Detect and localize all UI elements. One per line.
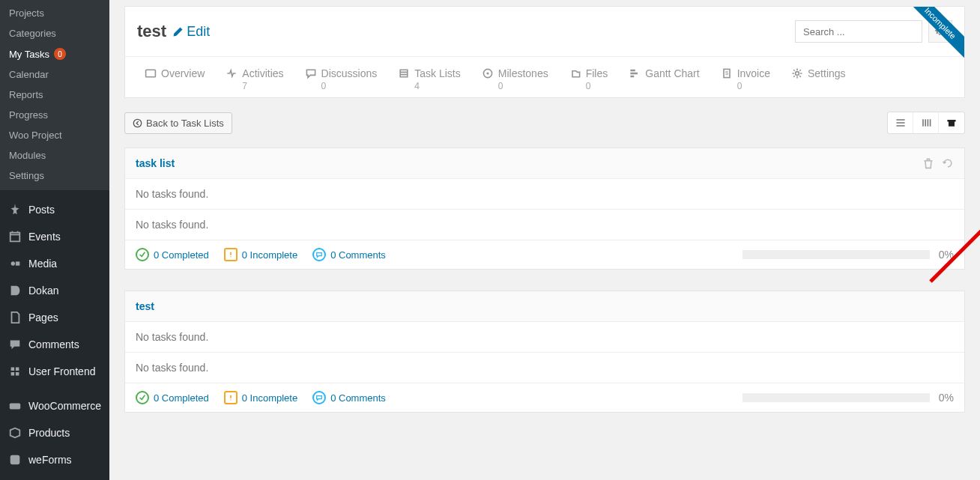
check-icon <box>136 248 149 261</box>
edit-project-link[interactable]: Edit <box>172 24 210 40</box>
project-title: test <box>137 22 166 41</box>
milestones-icon <box>482 67 494 79</box>
tab-invoice[interactable]: $Invoice 0 <box>710 57 781 97</box>
progress-bar <box>742 250 930 259</box>
tab-task-lists[interactable]: Task Lists 4 <box>387 57 471 97</box>
back-to-task-lists-button[interactable]: Back to Task Lists <box>124 112 232 134</box>
chat-icon <box>312 391 326 404</box>
sidebar-item-woocommerce[interactable]: WooCommerce <box>0 392 109 419</box>
task-list-toolbar: Back to Task Lists <box>124 112 965 134</box>
tab-files[interactable]: Files 0 <box>559 57 619 97</box>
completed-stat[interactable]: 0 Completed <box>136 248 209 261</box>
sidebar-sub-settings[interactable]: Settings <box>0 165 109 186</box>
sidebar-sub-projects[interactable]: Projects <box>0 3 109 23</box>
sidebar-item-media[interactable]: Media <box>0 250 109 277</box>
incomplete-stat[interactable]: 0 Incomplete <box>224 391 297 404</box>
gear-icon <box>791 67 803 79</box>
pin-icon <box>7 202 22 217</box>
tasklist-empty-row: No tasks found. <box>125 210 964 240</box>
restore-tasklist-button[interactable] <box>942 157 954 169</box>
my-tasks-badge: 0 <box>54 48 66 60</box>
trash-icon <box>922 157 934 169</box>
user-frontend-icon <box>7 364 22 379</box>
incomplete-stat[interactable]: 0 Incomplete <box>224 248 297 261</box>
progress: 0% <box>742 392 954 404</box>
sidebar-main: Posts Events Media Dokan Pages Comments … <box>0 190 109 480</box>
activities-icon <box>226 67 238 79</box>
sidebar-submenu: Projects Categories My Tasks 0 Calendar … <box>0 0 109 190</box>
overview-icon <box>145 67 157 79</box>
calendar-icon <box>7 229 22 244</box>
media-icon <box>7 256 22 271</box>
sidebar-sub-calendar[interactable]: Calendar <box>0 64 109 85</box>
view-archive-button[interactable] <box>939 112 964 133</box>
sidebar-item-dokan[interactable]: Dokan <box>0 277 109 304</box>
tasklist-empty-row: No tasks found. <box>125 322 964 353</box>
pages-icon <box>7 310 22 325</box>
invoice-icon: $ <box>721 67 733 79</box>
content-area: test Edit Incomplete Overview Activities… <box>109 0 980 480</box>
svg-point-9 <box>133 119 141 127</box>
tab-settings[interactable]: Settings <box>781 57 856 97</box>
view-grid-button[interactable] <box>913 112 939 133</box>
sidebar-item-products[interactable]: Products <box>0 419 109 446</box>
tab-gantt[interactable]: Gantt Chart <box>618 57 710 97</box>
tab-milestones[interactable]: Milestones 0 <box>471 57 559 97</box>
tasklist-title[interactable]: test <box>136 300 154 312</box>
progress-bar <box>742 393 930 402</box>
columns-icon <box>920 117 932 129</box>
dokan-icon <box>7 283 22 298</box>
tab-discussions[interactable]: Discussions 0 <box>294 57 388 97</box>
sidebar-item-comments[interactable]: Comments <box>0 331 109 358</box>
sidebar-sub-modules[interactable]: Modules <box>0 145 109 165</box>
comments-stat[interactable]: 0 Comments <box>312 391 386 404</box>
delete-tasklist-button[interactable] <box>922 157 934 169</box>
completed-stat[interactable]: 0 Completed <box>136 391 209 404</box>
admin-sidebar: Projects Categories My Tasks 0 Calendar … <box>0 0 109 480</box>
sidebar-item-weforms[interactable]: weForms <box>0 446 109 473</box>
sidebar-sub-categories[interactable]: Categories <box>0 23 109 43</box>
tasklist-card: task list No tasks found. No tasks found… <box>124 148 965 270</box>
sidebar-item-events[interactable]: Events <box>0 223 109 250</box>
tab-activities[interactable]: Activities 7 <box>215 57 294 97</box>
progress-pct: 0% <box>939 392 954 404</box>
view-switch <box>887 112 965 134</box>
svg-point-5 <box>486 72 489 74</box>
tasklist-card: test No tasks found. No tasks found. 0 C… <box>124 291 965 413</box>
sidebar-sub-my-tasks[interactable]: My Tasks 0 <box>0 43 109 64</box>
sidebar-sub-progress[interactable]: Progress <box>0 105 109 125</box>
chat-icon <box>7 337 22 352</box>
tasklist-title[interactable]: task list <box>136 157 175 169</box>
gantt-icon <box>629 67 641 79</box>
svg-rect-3 <box>146 70 156 77</box>
woo-icon <box>7 398 22 413</box>
clipboard-icon <box>224 391 238 404</box>
sidebar-item-user-frontend[interactable]: User Frontend <box>0 358 109 385</box>
sidebar-sub-woo-project[interactable]: Woo Project <box>0 125 109 145</box>
task-lists-icon <box>398 67 410 79</box>
comments-stat[interactable]: 0 Comments <box>312 248 386 261</box>
tasklist-actions <box>922 157 954 169</box>
box-icon <box>7 425 22 440</box>
tasklists-container: task list No tasks found. No tasks found… <box>124 148 965 413</box>
discussions-icon <box>305 67 317 79</box>
search-input[interactable] <box>795 20 922 43</box>
project-tabs: Overview Activities 7 Discussions 0 Task… <box>125 56 964 97</box>
svg-point-8 <box>796 72 799 76</box>
sidebar-item-posts[interactable]: Posts <box>0 196 109 223</box>
list-icon <box>895 117 907 129</box>
archive-icon <box>946 117 958 129</box>
view-list-button[interactable] <box>888 112 913 133</box>
sidebar-sub-reports[interactable]: Reports <box>0 85 109 105</box>
svg-point-0 <box>11 261 15 265</box>
tab-overview[interactable]: Overview <box>134 57 215 97</box>
sidebar-item-pages[interactable]: Pages <box>0 304 109 331</box>
svg-rect-2 <box>10 455 20 465</box>
tasklist-empty-row: No tasks found. <box>125 179 964 210</box>
form-icon <box>7 452 22 467</box>
project-header: test Edit Incomplete Overview Activities… <box>124 6 965 98</box>
check-icon <box>136 391 149 404</box>
progress-pct: 0% <box>939 249 954 261</box>
tasklist-header: task list <box>125 148 964 179</box>
files-icon <box>569 67 581 79</box>
